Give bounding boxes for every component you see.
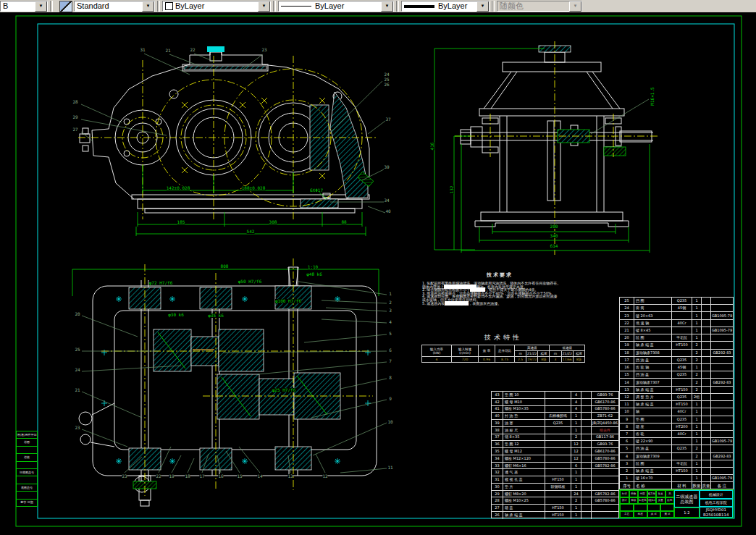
tech-v-g1: 8级 [538,357,550,363]
cad-text-label: 14 [257,474,262,479]
cad-text-label: 18 [185,474,190,479]
cad-text-label: 22 [190,48,195,52]
cad-text-label: 185 [177,220,185,224]
chevron-down-icon[interactable]: ▼ [142,1,154,12]
title-block: 标记处数分区更改文件号签名年、月、日设计审核标准化阶段标记质量比例工艺批准共 张… [619,489,734,518]
margin-strip-cell: 旧底图总号 [17,469,37,476]
tech-h-power: 输入功率(kW) [422,345,452,357]
style-combo-value: Standard [77,1,109,11]
chevron-down-icon[interactable]: ▼ [476,1,489,12]
cad-text-label: φ100 H7/f6 [275,299,301,303]
toolbar-separator [50,1,53,12]
cad-text-label: 9 [389,397,392,401]
cad-text-label: 24 [75,368,80,372]
bom-row: 27箱 盖HT1501 [492,505,618,512]
bom-row: 13轴 承 端 盖HT1502 [620,387,733,394]
drawing-title: 二级减速器总装图 [674,490,700,507]
tech-h-z2: Z1/Z2 [561,351,573,357]
margin-strip-cell [17,447,37,454]
tech-h-speed: 输入转速(r/min) [452,345,479,357]
chevron-down-icon: ▼ [569,1,581,12]
drawing-canvas[interactable]: 3121222328292724252637393440142±0.028188… [0,12,756,535]
cad-text-label: 1:10 [308,265,318,269]
bom-row: 20毡 圈半毛毡1 [620,334,733,342]
cad-text-label: 15 [237,474,242,479]
margin-strip-cell [17,492,37,499]
tech-h-m1: m [515,351,526,357]
cad-text-label: 7 [389,359,392,363]
toolbar: B ▼ Standard ▼ ByLayer ▼ ByLayer ▼ ByLay… [0,0,756,13]
cad-text-label: 614 [550,244,558,248]
technical-requirements: 技术要求 1. 装配前所有零件用煤油清洗，滚动轴承用汽油清洗，箱体内不允许有任何… [422,271,590,305]
cad-text-label: 31 [140,48,145,52]
bom-row: 34螺栓 M12×12012GB5780-86 [492,455,618,463]
cad-text-label: 10 [387,420,392,424]
layer-combo[interactable]: B ▼ [0,1,48,12]
bom-row: 2轴 承 端 盖HT1501 [620,468,733,475]
bom-table-right: 25挡 圈Q235124套 筒45钢123键 20×631GB1095-7922… [619,297,734,489]
bom-row: 8箱 座HT2001 [620,424,733,431]
cad-text-label: 13 [287,474,293,479]
cad-text-label: 25 [75,347,80,352]
bom-row: 6键 22×901GB1095-79 [620,438,733,445]
margin-info-strip: 借(通)用件登记描图描校旧底图总号底图总号签字 日期 [16,431,38,507]
bom-row: 10轴40Cr1 [620,408,733,416]
tech-h-g1: 精度 [538,351,550,357]
cad-text-label: 2 [389,300,392,305]
cad-text-label: 200 [550,224,558,229]
tech-v-ratio: 8.75 [495,357,515,363]
bom-row: 30垫 片软钢纸板1 [492,484,618,491]
notes-title: 技术要求 [467,271,532,279]
bom-row: 3毡 圈半毛毡1 [620,460,733,468]
tech-v-m1: 2.5 [515,357,526,363]
tech-spec-table: 技术特性 输入功率(kW) 输入转速(r/min) 效 率 总传动比 高速级 低… [421,333,585,363]
cad-text-label: 23 [261,48,266,52]
cad-text-label: 4 [389,320,392,324]
cad-text-label: φ50 H7/f6 [238,279,262,284]
cad-text-label: 34 [384,198,389,203]
title-block-revision-grid: 标记处数分区更改文件号签名年、月、日设计审核标准化阶段标记质量比例工艺批准共 张… [620,490,674,518]
bom-row: 21键 8×451GB1095-79 [620,327,733,334]
plotstyle-combo: 随颜色 ▼ [497,1,582,12]
cad-text-label: 5 [389,332,392,336]
chevron-down-icon[interactable]: ▼ [381,1,393,12]
tech-v-z2: 17/66 [561,357,573,363]
cad-text-label: φ35 k6 [208,313,224,318]
text-style-icon[interactable] [59,1,72,12]
bom-row: 1键 16×701GB1095-79 [620,475,733,482]
tech-h-m2: m [550,351,561,357]
bom-row: 25挡 圈Q2351 [620,298,733,305]
cad-text-label: 188±0.028 [242,186,266,190]
color-combo-value: ByLayer [175,1,204,11]
chevron-down-icon[interactable]: ▼ [258,1,270,12]
cad-text-label: 20 [75,312,80,316]
bom-row: 4滚动轴承73092GB292-83 [620,453,733,460]
layer-combo-value: B [3,1,8,11]
style-combo[interactable]: Standard ▼ [74,1,155,12]
bom-row: 39油 塞Q2351JB/ZQ4450-86 [492,420,618,427]
chevron-down-icon[interactable]: ▼ [35,1,47,12]
color-combo[interactable]: ByLayer ▼ [162,1,271,12]
bom-row: 29螺钉 M8×2024GB5782-86 [492,491,618,498]
cad-text-label: φ30 k6 [168,313,184,317]
tech-v-speed: 720 [452,357,479,363]
bom-row: 7齿 轮40Cr1 [620,431,733,438]
cad-text-label: φ72 H7/f6 [149,281,173,285]
bom-row: 11轴 承 端 盖HT1501 [620,401,733,408]
tech-title: 技术特性 [421,333,585,342]
cad-text-label: 29 [72,115,77,119]
cad-text-label: 26 [384,83,389,87]
tech-h-z1: Z1/Z2 [526,351,538,357]
color-swatch-icon [165,2,173,10]
cad-text-label: 22 [156,474,161,479]
bom-row: 26轴 承 端 盖HT1501 [492,512,618,519]
bom-row: 36垫 圈 1212GB93-76 [492,441,618,448]
margin-strip-cell: 签字 日期 [17,500,37,506]
cad-text-label: φ48 k6 [306,272,322,277]
bom-row: 12调 整 垫 片Q2352组 [620,394,733,401]
linetype-combo[interactable]: ByLayer ▼ [278,1,394,12]
lineweight-combo[interactable]: ByLayer ▼ [401,1,490,12]
bom-row: 19轴 承 端 盖HT1502 [620,342,733,349]
toolbar-separator [492,1,495,12]
drawing-scale: 1:2 [674,507,700,518]
